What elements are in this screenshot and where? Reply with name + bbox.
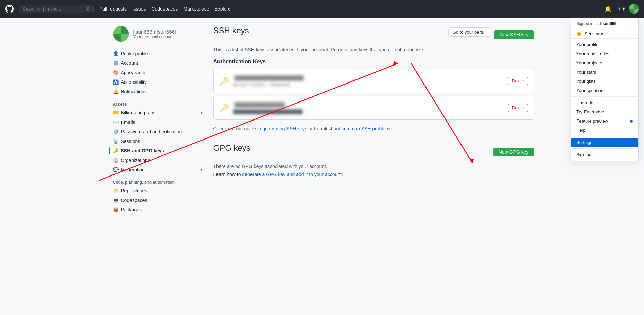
svg-rect-1 xyxy=(634,4,639,9)
sidebar-label-appearance: Appearance xyxy=(121,70,147,75)
settings-item[interactable]: Settings xyxy=(571,138,638,147)
creditcard-icon: 💳 xyxy=(113,110,118,115)
sidebar-item-repositories[interactable]: 📁 Repositories xyxy=(110,186,205,196)
gear-icon: ⚙️ xyxy=(113,60,118,66)
sidebar-item-codespaces[interactable]: 💻 Codespaces xyxy=(110,196,205,205)
new-ssh-key-btn[interactable]: New SSH key xyxy=(494,30,534,39)
avatar-cell-1 xyxy=(113,26,121,34)
billing-chevron-icon: ▾ xyxy=(201,110,203,115)
ssh-info-text: This is a list of SSH keys associated wi… xyxy=(213,46,534,53)
nav-codespaces[interactable]: Codespaces xyxy=(151,6,178,12)
search-input[interactable] xyxy=(23,6,70,12)
comment-icon: 💬 xyxy=(113,167,118,172)
mail-icon: ✉️ xyxy=(113,119,118,125)
key-info-1: ██████████████████████ the last 7 months… xyxy=(233,75,504,87)
sidebar-avatar xyxy=(113,26,129,42)
shield-icon: 🛡️ xyxy=(113,129,118,134)
dropdown-section-settings: Settings xyxy=(571,136,638,149)
sidebar-user-text: lfsun666 (lfsun666) Your personal accoun… xyxy=(133,29,177,39)
sidebar: lfsun666 (lfsun666) Your personal accoun… xyxy=(110,26,205,215)
sidebar-item-ssh-gpg[interactable]: 🔑 SSH and GPG keys xyxy=(110,146,205,155)
smiley-icon: 🙂 xyxy=(576,31,582,36)
dropdown-username: lfsun666 xyxy=(600,21,616,26)
sidebar-item-emails[interactable]: ✉️ Emails xyxy=(110,117,205,127)
signed-in-label: Signed in as xyxy=(576,21,599,26)
nav-marketplace[interactable]: Marketplace xyxy=(183,6,209,12)
plus-btn[interactable]: ＋▾ xyxy=(615,4,626,14)
sidebar-label-public-profile: Public profile xyxy=(121,51,148,56)
sidebar-username: lfsun666 (lfsun666) xyxy=(133,29,177,35)
nav-pull-requests[interactable]: Pull requests xyxy=(99,6,127,12)
ssh-key-card-2: 🔑 ████████████████ █████████████████████… xyxy=(213,96,534,120)
key-meta-2: ████████████████████████ xyxy=(233,109,504,114)
feature-preview-item[interactable]: Feature preview xyxy=(571,116,638,126)
accessibility-icon: ♿ xyxy=(113,79,118,85)
feature-preview-dot xyxy=(630,120,633,123)
avatar-cell-4 xyxy=(121,34,129,42)
delete-key-1-btn[interactable]: Delete xyxy=(508,77,528,85)
sidebar-item-notifications[interactable]: 🔔 Notifications xyxy=(110,87,205,96)
sidebar-username-parens: (lfsun666) xyxy=(154,29,176,35)
auth-keys-label: Authentication Keys xyxy=(213,59,534,65)
top-nav: / Pull requests Issues Codespaces Market… xyxy=(0,0,644,18)
github-logo[interactable] xyxy=(5,5,14,13)
try-enterprise-item[interactable]: Try Enterprise xyxy=(571,107,638,116)
user-avatar-btn[interactable] xyxy=(629,4,639,14)
sidebar-label-codespaces: Codespaces xyxy=(121,198,147,203)
sidebar-label-account: Account xyxy=(121,60,138,66)
generating-ssh-keys-link[interactable]: generating SSH keys xyxy=(262,126,307,131)
search-bar[interactable]: / xyxy=(19,5,94,13)
gpg-learn-link[interactable]: generate a GPG key and add it to your ac… xyxy=(242,172,342,177)
svg-rect-2 xyxy=(629,9,634,14)
ssh-guide-text: Check out our guide to generating SSH ke… xyxy=(213,125,534,132)
sign-out-item[interactable]: Sign out xyxy=(571,150,638,159)
sidebar-user-info: lfsun666 (lfsun666) Your personal accoun… xyxy=(110,26,205,42)
page-layout: lfsun666 (lfsun666) Your personal accoun… xyxy=(105,18,540,223)
notifications-bell-btn[interactable]: 🔔 xyxy=(603,4,613,14)
upgrade-item[interactable]: Upgrade xyxy=(571,98,638,107)
common-ssh-problems-link[interactable]: common SSH problems xyxy=(342,126,392,131)
sidebar-item-account[interactable]: ⚙️ Account xyxy=(110,58,205,68)
sidebar-item-packages[interactable]: 📦 Packages xyxy=(110,205,205,215)
sidebar-label-billing: Billing and plans xyxy=(121,110,156,115)
delete-key-2-btn[interactable]: Delete xyxy=(508,104,528,112)
key-card-icon-2: 🔑 xyxy=(219,103,229,113)
paintbrush-icon: 🎨 xyxy=(113,70,118,75)
dropdown-section-signout: Sign out xyxy=(571,149,638,161)
your-stars-item[interactable]: Your stars xyxy=(571,68,638,77)
key-title-2: ████████████████ xyxy=(233,101,286,108)
set-status-label: Set status xyxy=(585,31,604,36)
key-info-2: ████████████████ ███████████████████████… xyxy=(233,101,504,114)
ssh-header-actions: Go to your pers... New SSH key xyxy=(448,27,534,42)
sidebar-nav: 👤 Public profile ⚙️ Account 🎨 Appearance… xyxy=(110,49,205,215)
sidebar-item-sessions[interactable]: 📡 Sessions xyxy=(110,136,205,146)
set-status-item[interactable]: 🙂 Set status xyxy=(571,29,638,39)
your-repositories-item[interactable]: Your repositories xyxy=(571,49,638,58)
sidebar-item-public-profile[interactable]: 👤 Public profile xyxy=(110,49,205,58)
new-gpg-key-btn[interactable]: New GPG key xyxy=(493,148,534,156)
sidebar-item-password[interactable]: 🛡️ Password and authentication xyxy=(110,127,205,136)
nav-issues[interactable]: Issues xyxy=(132,6,146,12)
your-projects-item[interactable]: Your projects xyxy=(571,58,638,68)
nav-actions: 🔔 ＋▾ xyxy=(603,4,639,14)
avatar-cell-3 xyxy=(113,34,121,42)
sidebar-label-ssh-gpg: SSH and GPG keys xyxy=(121,148,164,153)
sidebar-item-billing[interactable]: 💳 Billing and plans ▾ xyxy=(110,108,205,117)
sidebar-item-appearance[interactable]: 🎨 Appearance xyxy=(110,68,205,77)
goto-profile-btn[interactable]: Go to your pers... xyxy=(448,27,491,37)
building-icon: 🏢 xyxy=(113,158,118,163)
broadcast-icon: 📡 xyxy=(113,138,118,144)
sidebar-subtitle: Your personal account xyxy=(133,35,177,39)
gpg-section-title: GPG keys xyxy=(213,143,250,155)
your-profile-item[interactable]: Your profile xyxy=(571,40,638,49)
nav-explore[interactable]: Explore xyxy=(215,6,231,12)
main-content: SSH keys Go to your pers... New SSH key … xyxy=(213,26,534,215)
sidebar-item-accessibility[interactable]: ♿ Accessibility xyxy=(110,77,205,87)
your-gists-item[interactable]: Your gists xyxy=(571,77,638,86)
help-item[interactable]: Help xyxy=(571,126,638,135)
gpg-section-header: GPG keys New GPG key xyxy=(213,143,534,161)
sidebar-item-organizations[interactable]: 🏢 Organizations xyxy=(110,155,205,165)
sidebar-item-moderation[interactable]: 💬 Moderation ▾ xyxy=(110,165,205,174)
repo-icon: 📁 xyxy=(113,188,118,193)
your-sponsors-item[interactable]: Your sponsors xyxy=(571,86,638,95)
